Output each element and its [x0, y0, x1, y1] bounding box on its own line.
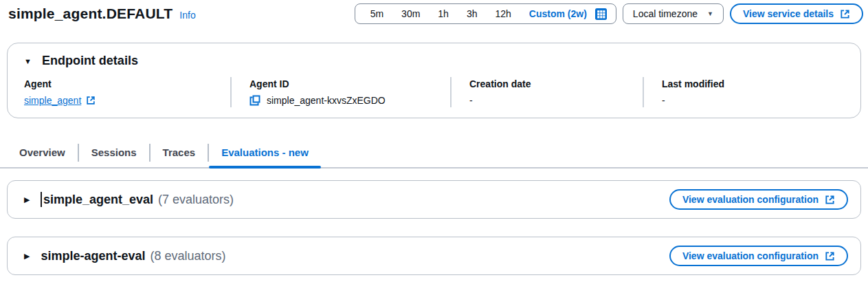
evaluation-name: simple_agent_eval — [43, 193, 153, 207]
evaluation-count: (7 evaluators) — [158, 193, 234, 207]
tab-traces[interactable]: Traces — [151, 138, 208, 167]
view-evaluation-configuration-label: View evaluation configuration — [682, 250, 819, 261]
last-modified-value: - — [662, 94, 837, 107]
field-agent: Agent simple_agent — [24, 77, 230, 107]
creation-date-value: - — [469, 94, 636, 107]
endpoint-details-title: Endpoint details — [42, 54, 138, 68]
evaluation-count: (8 evaluators) — [151, 249, 226, 263]
view-service-details-label: View service details — [743, 8, 834, 19]
external-link-icon — [840, 9, 850, 19]
agent-id-value: simple_agent-kxvsZxEGDO — [267, 94, 386, 107]
info-link[interactable]: Info — [179, 10, 195, 21]
time-range-custom[interactable]: Custom (2w) — [520, 8, 591, 19]
agent-link[interactable]: simple_agent — [24, 94, 81, 107]
field-label: Agent — [24, 77, 223, 91]
title-group: simple_agent.DEFAULT Info — [8, 6, 196, 22]
caret-down-icon: ▼ — [707, 10, 713, 17]
endpoint-details-columns: Agent simple_agent Agent ID simple_agent… — [24, 77, 844, 107]
tab-bar: Overview Sessions Traces Evaluations - n… — [0, 138, 868, 169]
page-title: simple_agent.DEFAULT — [8, 6, 173, 22]
view-service-details-button[interactable]: View service details — [730, 3, 863, 24]
triangle-down-icon: ▼ — [24, 57, 32, 65]
external-link-icon — [86, 96, 96, 105]
field-last-modified: Last modified - — [643, 77, 844, 107]
evaluation-card: ▶ simple_agent_eval (7 evaluators) View … — [7, 180, 861, 219]
time-range-30m[interactable]: 30m — [392, 8, 429, 19]
calendar-icon[interactable] — [591, 8, 610, 20]
evaluation-card: ▶ simple-agent-eval (8 evaluators) View … — [7, 237, 861, 275]
time-range-3h[interactable]: 3h — [458, 8, 487, 19]
triangle-right-icon[interactable]: ▶ — [24, 252, 30, 261]
timezone-label: Local timezone — [633, 8, 698, 19]
view-evaluation-configuration-label: View evaluation configuration — [682, 194, 819, 205]
time-range-5m[interactable]: 5m — [361, 8, 392, 19]
endpoint-details-toggle[interactable]: ▼ Endpoint details — [24, 54, 844, 68]
time-range-1h[interactable]: 1h — [429, 8, 458, 19]
top-controls: 5m 30m 1h 3h 12h Custom (2w) Local timez… — [355, 3, 863, 24]
field-creation-date: Creation date - — [450, 77, 643, 107]
field-agent-id: Agent ID simple_agent-kxvsZxEGDO — [230, 77, 450, 107]
view-evaluation-configuration-button[interactable]: View evaluation configuration — [669, 189, 848, 210]
tab-evaluations[interactable]: Evaluations - new — [209, 138, 321, 167]
field-label: Creation date — [469, 77, 636, 91]
time-range-selector: 5m 30m 1h 3h 12h Custom (2w) — [355, 3, 616, 24]
topbar: simple_agent.DEFAULT Info 5m 30m 1h 3h 1… — [0, 0, 868, 28]
triangle-right-icon[interactable]: ▶ — [24, 195, 30, 204]
text-cursor — [41, 192, 42, 207]
external-link-icon — [825, 251, 835, 261]
tab-sessions[interactable]: Sessions — [79, 138, 149, 167]
field-label: Agent ID — [249, 77, 443, 91]
tab-overview[interactable]: Overview — [7, 138, 78, 167]
timezone-dropdown[interactable]: Local timezone ▼ — [623, 3, 724, 24]
time-range-12h[interactable]: 12h — [486, 8, 520, 19]
field-label: Last modified — [662, 77, 837, 91]
endpoint-details-card: ▼ Endpoint details Agent simple_agent Ag… — [7, 43, 861, 118]
copy-icon[interactable] — [249, 95, 260, 106]
view-evaluation-configuration-button[interactable]: View evaluation configuration — [669, 246, 848, 266]
external-link-icon — [825, 195, 835, 205]
evaluation-name: simple-agent-eval — [41, 249, 145, 263]
